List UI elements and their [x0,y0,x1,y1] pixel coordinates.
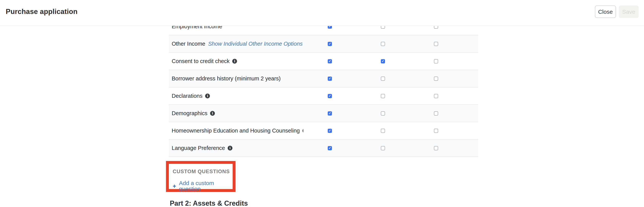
checkbox-cell [410,42,462,46]
checkbox-unchecked[interactable] [434,111,438,116]
field-label: Declarations [172,93,202,99]
checkbox-cell: ✓ [303,94,356,98]
custom-questions-heading: CUSTOM QUESTIONS [173,168,232,174]
checkbox-cell [410,94,462,98]
field-label: Demographics [172,110,208,116]
field-label: Borrower address history (minimum 2 year… [172,76,280,82]
plus-icon: + [173,183,176,189]
checkbox-unchecked[interactable] [381,94,385,98]
table-row: Homeownership Education and Housing Coun… [169,122,478,140]
checkbox-unchecked[interactable] [434,129,438,133]
checkbox-cell: ✓ [303,146,356,150]
checkbox-cell: ✓ [303,111,356,116]
save-button: Save [619,6,639,18]
table-row: Language Preferencei✓ [169,140,478,157]
checkbox-unchecked[interactable] [434,146,438,150]
info-icon[interactable]: i [228,146,232,150]
checkbox-cell [356,76,410,81]
checkbox-unchecked[interactable] [381,146,385,150]
add-custom-question-link[interactable]: + Add a custom question [173,180,232,192]
part2-heading: Part 2: Assets & Credits [170,199,248,207]
checkbox-unchecked[interactable] [434,42,438,46]
show-other-income-options-link[interactable]: Show Individual Other Income Options [208,41,303,47]
field-label: Homeownership Education and Housing Coun… [172,128,300,134]
info-icon[interactable]: i [205,94,210,98]
checkbox-unchecked[interactable] [381,129,385,133]
checkbox-checked[interactable]: ✓ [328,94,332,98]
custom-questions-highlight: CUSTOM QUESTIONS + Add a custom question [166,161,236,192]
checkbox-checked[interactable]: ✓ [328,129,332,133]
checkbox-checked[interactable]: ✓ [328,111,332,116]
page-title: Purchase application [6,8,78,16]
field-label-cell: Other IncomeShow Individual Other Income… [169,41,303,47]
field-label-cell: Demographicsi [169,110,303,116]
checkbox-cell [356,111,410,116]
field-label-cell: Consent to credit checki [169,58,303,64]
checkbox-unchecked[interactable] [434,76,438,81]
info-icon[interactable]: i [210,111,215,116]
checkbox-cell [410,129,462,133]
checkbox-unchecked[interactable] [434,59,438,64]
add-custom-question-label: Add a custom question [179,180,232,192]
checkbox-unchecked[interactable] [381,111,385,116]
checkbox-cell [410,76,462,81]
application-fields-table: Employment Income✓Other IncomeShow Indiv… [169,18,478,157]
table-row: Demographicsi✓ [169,105,478,122]
table-row: Consent to credit checki✓✓ [169,53,478,70]
field-label: Language Preference [172,145,225,151]
field-label-cell: Declarationsi [169,93,303,99]
checkbox-checked[interactable]: ✓ [381,59,385,64]
checkbox-cell [356,42,410,46]
checkbox-unchecked[interactable] [381,42,385,46]
info-icon[interactable]: i [232,59,237,64]
checkbox-cell [356,146,410,150]
checkbox-cell [356,94,410,98]
checkbox-cell [410,146,462,150]
close-button[interactable]: Close [595,6,616,18]
field-label-cell: Homeownership Education and Housing Coun… [169,128,303,134]
field-label: Other Income [172,41,205,47]
field-label-cell: Borrower address history (minimum 2 year… [169,76,303,82]
checkbox-cell: ✓ [303,42,356,46]
checkbox-cell [356,129,410,133]
field-label-cell: Language Preferencei [169,145,303,151]
app-header: Purchase application Close Save [0,0,644,26]
checkbox-cell: ✓ [303,129,356,133]
table-row: Declarationsi✓ [169,88,478,105]
checkbox-checked[interactable]: ✓ [328,42,332,46]
checkbox-cell: ✓ [303,76,356,81]
checkbox-checked[interactable]: ✓ [328,76,332,81]
checkbox-checked[interactable]: ✓ [328,146,332,150]
checkbox-unchecked[interactable] [381,76,385,81]
checkbox-cell [410,111,462,116]
checkbox-cell [410,59,462,64]
checkbox-cell: ✓ [356,59,410,64]
table-row: Borrower address history (minimum 2 year… [169,70,478,88]
checkbox-checked[interactable]: ✓ [328,59,332,64]
checkbox-cell: ✓ [303,59,356,64]
field-label: Consent to credit check [172,58,230,64]
checkbox-unchecked[interactable] [434,94,438,98]
table-row: Other IncomeShow Individual Other Income… [169,35,478,53]
